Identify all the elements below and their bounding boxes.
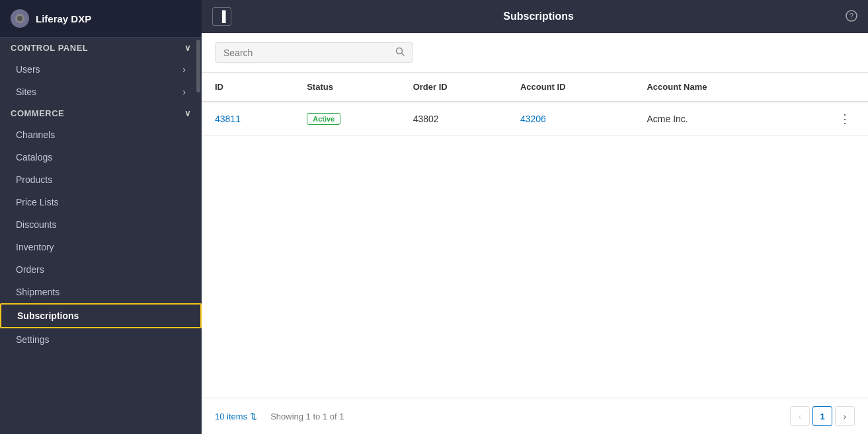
help-icon[interactable]: ? bbox=[846, 10, 857, 24]
sidebar-item-shipments[interactable]: Shipments bbox=[0, 281, 202, 303]
chevron-right-icon: › bbox=[182, 87, 186, 97]
sidebar-item-orders[interactable]: Orders bbox=[0, 258, 202, 281]
sidebar-item-discounts[interactable]: Discounts bbox=[0, 213, 202, 236]
subscription-account-name: Acme Inc. bbox=[633, 102, 786, 136]
app-logo bbox=[11, 9, 29, 28]
sidebar-item-price-lists[interactable]: Price Lists bbox=[0, 191, 202, 213]
search-bar bbox=[202, 33, 868, 73]
sidebar-item-catalogs[interactable]: Catalogs bbox=[0, 146, 202, 168]
topbar: ▐ Subscriptions ? bbox=[202, 0, 868, 33]
sidebar-item-inventory[interactable]: Inventory bbox=[0, 236, 202, 258]
sort-icon: ⇅ bbox=[250, 412, 257, 421]
svg-text:?: ? bbox=[849, 12, 853, 20]
sidebar-item-users[interactable]: Users › bbox=[0, 58, 202, 81]
column-header-id: ID bbox=[202, 73, 294, 102]
page-1-button[interactable]: 1 bbox=[812, 406, 832, 426]
column-header-order-id: Order ID bbox=[400, 73, 507, 102]
subscription-id[interactable]: 43811 bbox=[202, 102, 294, 136]
subscription-status: Active bbox=[294, 102, 400, 136]
catalogs-label: Catalogs bbox=[16, 152, 52, 163]
sidebar-item-sites[interactable]: Sites › bbox=[0, 81, 202, 103]
subscription-account-id[interactable]: 43206 bbox=[507, 102, 634, 136]
column-header-actions bbox=[787, 73, 868, 102]
column-header-status: Status bbox=[294, 73, 400, 102]
sidebar-header: Liferay DXP bbox=[0, 0, 202, 38]
discounts-label: Discounts bbox=[16, 219, 56, 230]
sidebar-item-products[interactable]: Products bbox=[0, 168, 202, 191]
subscriptions-label: Subscriptions bbox=[17, 310, 79, 321]
page-title: Subscriptions bbox=[239, 11, 838, 22]
control-panel-label: Control Panel bbox=[11, 43, 88, 53]
main-content: ▐ Subscriptions ? bbox=[202, 0, 868, 434]
sidebar-section-commerce[interactable]: Commerce ∨ bbox=[0, 103, 202, 124]
scroll-indicator bbox=[196, 40, 200, 92]
chevron-down-icon: ∨ bbox=[184, 108, 192, 118]
inventory-label: Inventory bbox=[16, 242, 54, 252]
app-name: Liferay DXP bbox=[36, 13, 91, 24]
table-wrapper: ID Status Order ID Account ID Account Na bbox=[202, 73, 868, 398]
table-header-row: ID Status Order ID Account ID Account Na bbox=[202, 73, 868, 102]
search-icon bbox=[395, 47, 405, 58]
channels-label: Channels bbox=[16, 129, 55, 140]
search-input[interactable] bbox=[223, 48, 395, 58]
price-lists-label: Price Lists bbox=[16, 197, 59, 207]
subscriptions-table: ID Status Order ID Account ID Account Na bbox=[202, 73, 868, 136]
svg-line-5 bbox=[402, 54, 405, 56]
status-badge: Active bbox=[307, 113, 340, 125]
next-page-button[interactable]: › bbox=[835, 406, 855, 426]
shipments-label: Shipments bbox=[16, 287, 59, 297]
pagination-controls: ‹ 1 › bbox=[790, 406, 855, 426]
sidebar-item-channels[interactable]: Channels bbox=[0, 124, 202, 146]
sidebar-item-subscriptions[interactable]: Subscriptions bbox=[0, 303, 202, 328]
items-per-page-selector[interactable]: 10 items ⇅ bbox=[215, 412, 257, 421]
products-label: Products bbox=[16, 174, 52, 185]
svg-point-1 bbox=[17, 16, 22, 21]
search-input-wrapper[interactable] bbox=[215, 42, 413, 63]
orders-label: Orders bbox=[16, 264, 44, 275]
kebab-menu-button[interactable]: ⋮ bbox=[835, 112, 855, 126]
chevron-right-icon: › bbox=[182, 64, 186, 75]
chevron-down-icon: ∨ bbox=[184, 43, 192, 53]
settings-label: Settings bbox=[16, 334, 50, 345]
prev-page-button[interactable]: ‹ bbox=[790, 406, 810, 426]
table-row: 43811 Active 43802 43206 Acme Inc. ⋮ bbox=[202, 102, 868, 136]
content-area: ID Status Order ID Account ID Account Na bbox=[202, 33, 868, 434]
subscription-actions: ⋮ bbox=[787, 102, 868, 136]
sidebar-section-control-panel[interactable]: Control Panel ∨ bbox=[0, 38, 202, 58]
showing-text: Showing 1 to 1 of 1 bbox=[270, 412, 344, 421]
sidebar-toggle-button[interactable]: ▐ bbox=[212, 7, 231, 26]
column-header-account-id: Account ID bbox=[507, 73, 634, 102]
sidebar-item-settings[interactable]: Settings bbox=[0, 328, 202, 351]
users-label: Users bbox=[16, 64, 40, 75]
pagination-bar: 10 items ⇅ Showing 1 to 1 of 1 ‹ 1 › bbox=[202, 398, 868, 434]
commerce-label: Commerce bbox=[11, 108, 64, 118]
subscription-order-id: 43802 bbox=[400, 102, 507, 136]
items-count-label: 10 items bbox=[215, 412, 247, 421]
sidebar: Liferay DXP Control Panel ∨ Users › Site… bbox=[0, 0, 202, 434]
column-header-account-name: Account Name bbox=[633, 73, 786, 102]
sites-label: Sites bbox=[16, 87, 36, 97]
